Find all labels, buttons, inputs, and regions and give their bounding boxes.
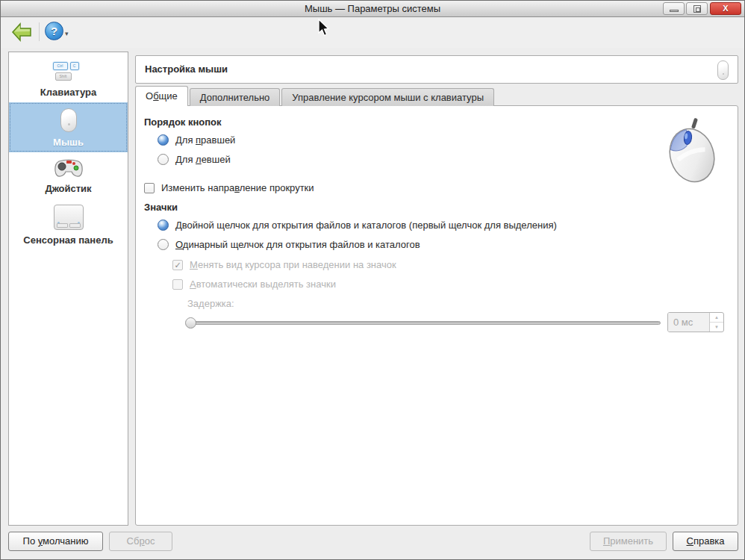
sidebar-item-label: Сенсорная панель <box>9 234 128 246</box>
radio-icon <box>158 220 169 231</box>
spin-up-icon[interactable]: ▲ <box>710 313 723 323</box>
delay-slider-thumb[interactable] <box>185 317 196 329</box>
radio-label: Двойной щелчок для открытия файлов и кат… <box>175 220 557 231</box>
radio-icon <box>158 154 169 165</box>
radio-single-click[interactable]: Одинарный щелчок для открытия файлов и к… <box>158 239 420 250</box>
defaults-button[interactable]: По умолчанию <box>8 532 103 551</box>
titlebar: Мышь — Параметры системы X <box>1 1 744 17</box>
sidebar-item-touchpad[interactable]: Сенсорная панель <box>9 199 128 250</box>
key-cap: C <box>70 62 79 70</box>
key-cap: Ctrl <box>53 62 68 70</box>
delay-label: Задержка: <box>187 298 234 309</box>
mouse-illustration <box>658 116 726 185</box>
tab-advanced[interactable]: Дополнительно <box>190 88 281 106</box>
help-icon: ? <box>45 22 63 40</box>
chevron-down-icon[interactable]: ▾ <box>65 30 69 37</box>
maximize-button[interactable] <box>686 2 708 15</box>
window-title: Мышь — Параметры системы <box>1 3 744 14</box>
sidebar-item-keyboard[interactable]: Ctrl C Shift Клавиатура <box>9 52 128 102</box>
delay-slider-track[interactable] <box>187 321 661 325</box>
keyboard-icon: Ctrl C Shift <box>51 61 87 82</box>
minimize-button[interactable] <box>663 2 685 15</box>
tab-content-general: Порядок кнопок Для правшей Для левшей Из… <box>135 105 738 526</box>
mouse-cursor-icon <box>317 19 330 37</box>
mouse-icon <box>60 108 77 132</box>
touchpad-icon <box>54 205 84 230</box>
joystick-icon <box>54 158 84 178</box>
delay-spinbox[interactable]: 0 мс ▲ ▼ <box>667 312 724 332</box>
checkbox-reverse-scroll[interactable]: Изменить направление прокрутки <box>144 182 314 193</box>
help-menu-button[interactable]: ? <box>45 22 64 41</box>
radio-icon <box>158 134 169 146</box>
sidebar-item-joystick[interactable]: Джойстик <box>9 152 128 199</box>
sidebar-item-label: Клавиатура <box>9 87 128 98</box>
radio-label: Для левшей <box>175 154 231 165</box>
radio-icon <box>158 239 169 250</box>
help-button[interactable]: Справка <box>673 532 738 551</box>
checkbox-checked-icon: ✓ <box>172 260 183 270</box>
tab-keyboard-cursor[interactable]: Управление курсором мыши с клавиатуры <box>281 88 494 106</box>
reset-button[interactable]: Сброс <box>109 532 172 551</box>
checkbox-icon <box>172 279 183 290</box>
checkbox-auto-select: Автоматически выделять значки <box>172 279 336 290</box>
sidebar-item-label: Мышь <box>9 137 128 148</box>
section-title-button-order: Порядок кнопок <box>144 116 222 128</box>
page-title: Настройка мыши <box>145 63 228 75</box>
toolbar: ? ▾ <box>1 18 744 48</box>
sidebar: Ctrl C Shift Клавиатура Мышь Джойстик <box>8 52 128 526</box>
key-cap: Shift <box>55 72 72 81</box>
maximize-icon <box>693 5 701 13</box>
checkbox-label: Менять вид курсора при наведении на знач… <box>190 259 396 270</box>
checkbox-icon <box>144 183 155 193</box>
radio-left-handed[interactable]: Для левшей <box>158 154 231 165</box>
section-title-icons: Значки <box>144 202 178 213</box>
spin-down-icon[interactable]: ▼ <box>710 323 723 332</box>
minimize-icon <box>670 10 679 12</box>
radio-label: Для правшей <box>175 134 235 146</box>
page-header: Настройка мыши <box>135 55 738 84</box>
sidebar-item-label: Джойстик <box>9 183 128 194</box>
radio-label: Одинарный щелчок для открытия файлов и к… <box>175 239 420 250</box>
radio-right-handed[interactable]: Для правшей <box>158 134 235 146</box>
tab-bar: Общие Дополнительно Управление курсором … <box>135 86 496 106</box>
tab-general[interactable]: Общие <box>135 86 188 106</box>
delay-value[interactable]: 0 мс <box>668 313 709 332</box>
checkbox-label: Автоматически выделять значки <box>190 279 336 290</box>
checkbox-change-cursor: ✓ Менять вид курсора при наведении на зн… <box>172 259 396 270</box>
spinner-buttons: ▲ ▼ <box>709 313 723 332</box>
close-button[interactable]: X <box>710 2 741 15</box>
mouse-icon <box>717 60 729 80</box>
sidebar-item-mouse[interactable]: Мышь <box>9 102 128 152</box>
radio-double-click[interactable]: Двойной щелчок для открытия файлов и кат… <box>158 220 557 231</box>
checkbox-label: Изменить направление прокрутки <box>161 182 314 193</box>
apply-button[interactable]: Применить <box>590 532 667 551</box>
toolbar-separator <box>39 22 40 41</box>
back-button[interactable] <box>11 22 32 42</box>
settings-window: Мышь — Параметры системы X ? ▾ Ctrl C Sh… <box>0 0 745 560</box>
